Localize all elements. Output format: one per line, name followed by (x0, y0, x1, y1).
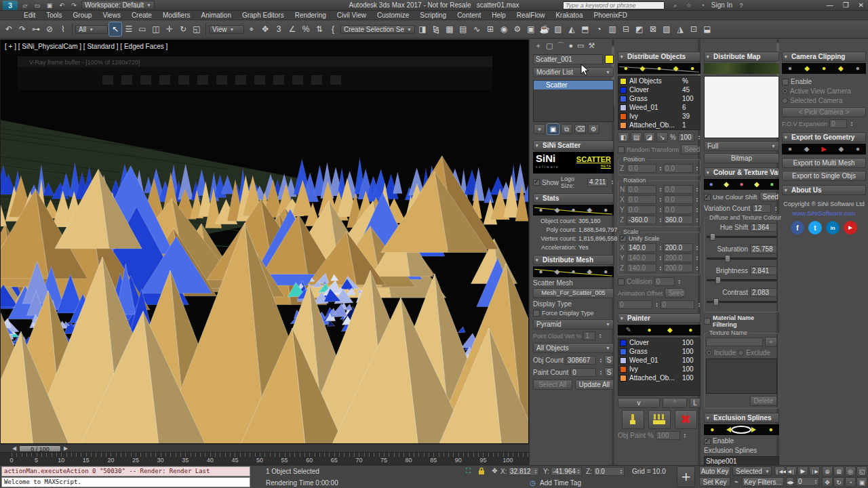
obj-count-s-button[interactable]: S (604, 355, 614, 365)
rect-region-icon[interactable]: ▭ (136, 22, 149, 36)
marquee-icon[interactable]: ▢ (546, 41, 553, 50)
rotation-max-field[interactable]: 0.0 (663, 185, 693, 194)
new-file-icon[interactable]: ▱ (20, 1, 30, 9)
display-mode-dropdown[interactable]: Pyramid▼ (533, 319, 614, 329)
toolbar-icon[interactable]: ⊟ (620, 22, 632, 36)
distribute-objects-list[interactable]: All Objects% Clover45 Grass100 Weed_016 … (618, 76, 701, 130)
point-cloud-field[interactable]: 1 (583, 331, 595, 340)
seed-button[interactable]: Seed (681, 144, 698, 155)
toolbar-icon[interactable]: ◔ (593, 22, 605, 36)
search-input[interactable] (563, 1, 665, 9)
bind-spacewarp-icon[interactable]: ⌇ (57, 22, 69, 36)
window-crossing-icon[interactable]: ◫ (150, 22, 162, 36)
sign-in-button[interactable]: Sign In (711, 1, 732, 9)
transform-gizmo-icon[interactable]: ✥ (490, 466, 500, 476)
camera-clipping-enable-checkbox[interactable] (782, 79, 789, 85)
texture-name-field[interactable] (706, 338, 763, 346)
list-item[interactable]: Ivy100 (618, 365, 700, 373)
close-button[interactable]: ✕ (859, 1, 864, 9)
wrench-icon[interactable]: ⚒ (588, 41, 595, 50)
help-icon[interactable]: ? (736, 1, 746, 9)
manipulate-icon[interactable]: ✥ (259, 22, 271, 36)
scale-max-field[interactable]: 200.0 (663, 253, 693, 262)
twitter-icon[interactable]: t (808, 221, 822, 235)
distribute-map-rollout-header[interactable]: Distribute Map (704, 52, 779, 62)
rotation-max-field[interactable]: 0.0 (663, 205, 693, 214)
percent-snap-icon[interactable]: % (300, 22, 312, 36)
contrast-slider[interactable] (707, 298, 776, 306)
set-key-button[interactable]: Set Key (699, 477, 730, 487)
obj-count-field[interactable]: 308667 (566, 356, 596, 365)
delete-texture-button[interactable]: Delete (750, 396, 777, 406)
active-view-camera-radio[interactable] (782, 88, 788, 94)
use-colour-shift-checkbox[interactable] (704, 194, 711, 201)
help-search-icon[interactable]: ⌕ (671, 1, 680, 9)
move-icon[interactable]: ✛ (163, 22, 176, 36)
camera-clipping-rollout-header[interactable]: Camera Clipping (782, 52, 866, 62)
curve-editor-icon[interactable]: ∿ (471, 22, 483, 36)
painter-rollout-header[interactable]: Painter (618, 313, 701, 323)
unlink-icon[interactable]: ⊘ (43, 22, 56, 36)
isolate-selection-icon[interactable]: ⛶ (463, 466, 473, 476)
auto-key-button[interactable]: Auto Key (699, 466, 730, 476)
time-slider-button[interactable]: 0 / 100 (19, 445, 61, 452)
open-file-icon[interactable]: ▭ (33, 1, 42, 9)
add-texture-button[interactable]: + (765, 337, 777, 347)
scale-max-field[interactable]: 200.0 (663, 243, 693, 252)
contrast-field[interactable]: 2.083 (750, 288, 777, 297)
pan-icon[interactable]: ✥ (822, 477, 833, 487)
edit-named-selections-icon[interactable]: { (327, 22, 339, 36)
paint-erase-button[interactable]: ✖ (675, 410, 697, 429)
user-icon[interactable]: ◔ (698, 1, 707, 9)
menu-item[interactable]: Edit (19, 12, 40, 19)
youtube-icon[interactable]: ▶ (844, 221, 857, 235)
toolbar-icon[interactable]: ◩ (633, 22, 646, 36)
rotation-max-field[interactable]: 360.0 (663, 216, 693, 224)
zoom-all-icon[interactable]: ⊞ (833, 466, 844, 476)
show-end-result-icon[interactable]: ▣ (547, 124, 559, 134)
menu-item[interactable]: RealFlow (512, 12, 550, 19)
list-item[interactable]: Clover100 (618, 338, 700, 347)
lock-selection-icon[interactable] (477, 467, 486, 476)
snap-toggle-icon[interactable]: 3 (273, 22, 285, 36)
fov-expansion-field[interactable]: 0 (829, 119, 847, 128)
painter-up-button[interactable]: ^ (663, 398, 687, 408)
exclusion-enable-checkbox[interactable] (704, 438, 711, 445)
reference-coordinate-dropdown[interactable]: View▼ (209, 25, 244, 34)
viewport-label[interactable]: [ + ] [ SiNi_PhysicalCam ] [ Standard ] … (5, 43, 167, 50)
saturation-field[interactable]: 25.758 (750, 245, 777, 253)
rotation-min-field[interactable]: -360.0 (627, 216, 656, 224)
field-of-view-icon[interactable]: ◔ (845, 477, 856, 487)
configure-modifier-sets-icon[interactable]: ⚙ (588, 124, 599, 134)
spinner-arrows[interactable]: ▲▼ (611, 180, 614, 185)
next-frame-button[interactable]: ❘▶ (809, 466, 820, 476)
hue-shift-field[interactable]: 1.364 (750, 223, 777, 232)
selected-camera-radio[interactable] (782, 98, 788, 104)
rotation-max-field[interactable]: 0.0 (663, 195, 693, 204)
facebook-icon[interactable]: f (791, 221, 804, 235)
select-object-icon[interactable]: ↖ (109, 22, 121, 36)
painter-object-list[interactable]: Clover100 Grass100 Weed_01100 Ivy100 Att… (618, 338, 701, 396)
material-editor-icon[interactable]: ◉ (498, 22, 510, 36)
zoom-region-icon[interactable]: ◱ (856, 466, 867, 476)
anim-seed-button[interactable]: Seed (665, 288, 684, 298)
position-min-field[interactable]: 0.0 (627, 164, 656, 173)
rotation-min-field[interactable]: 0.0 (627, 185, 656, 194)
redo-icon[interactable]: ↷ (16, 22, 28, 36)
scale-min-field[interactable]: 140.0 (627, 243, 656, 252)
menu-item[interactable]: Modifiers (158, 12, 195, 19)
minimize-button[interactable]: — (827, 1, 833, 9)
menu-item[interactable]: Tools (41, 12, 66, 19)
objects-mode-dropdown[interactable]: All Objects▼ (533, 343, 614, 353)
exclusion-splines-rollout-header[interactable]: Exclusion Splines (704, 413, 779, 423)
pin-stack-icon[interactable]: ⌖ (534, 124, 545, 134)
anim-offset-a-field[interactable]: 0 (618, 300, 652, 309)
curve-icon[interactable]: ⌒ (557, 41, 564, 51)
angle-snap-icon[interactable]: ∠ (286, 22, 298, 36)
toolbar-icon[interactable]: ⊡ (688, 22, 700, 36)
list-item[interactable]: Ivy39 (618, 112, 700, 121)
toolbar-icon[interactable]: ▨ (660, 22, 673, 36)
link-icon[interactable]: ⊶ (30, 22, 42, 36)
undo-quick-icon[interactable]: ↶ (57, 1, 66, 9)
obj-paint-field[interactable]: 100 (656, 431, 680, 440)
